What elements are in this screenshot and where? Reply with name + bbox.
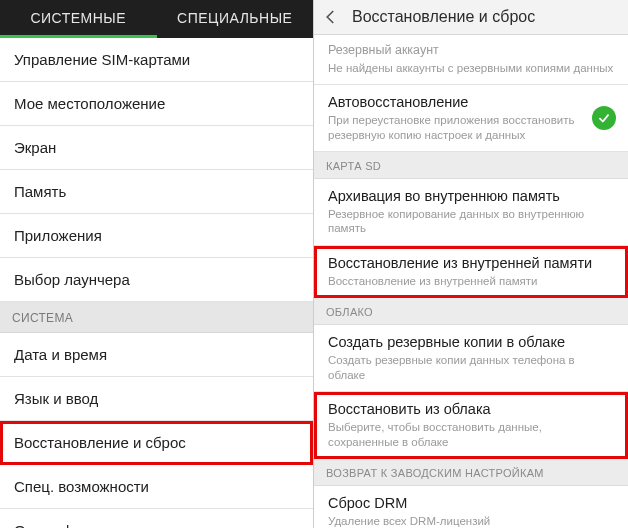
setting-auto-restore[interactable]: Автовосстановление При переустановке при…	[314, 85, 628, 152]
label: Восстановление из внутренней памяти	[328, 254, 614, 272]
label: Автовосстановление	[328, 93, 614, 111]
section-system: СИСТЕМА	[0, 302, 313, 333]
section-factory: ВОЗВРАТ К ЗАВОДСКИМ НАСТРОЙКАМ	[314, 459, 628, 486]
item-location[interactable]: Мое местоположение	[0, 82, 313, 126]
setting-restore-internal[interactable]: Восстановление из внутренней памяти Восс…	[314, 246, 628, 299]
backup-reset-panel: Восстановление и сброс Резервный аккаунт…	[314, 0, 628, 528]
item-backup-reset[interactable]: Восстановление и сброс	[0, 421, 313, 465]
item-datetime[interactable]: Дата и время	[0, 333, 313, 377]
setting-archive-internal[interactable]: Архивация во внутреннюю память Резервное…	[314, 179, 628, 246]
label: Архивация во внутреннюю память	[328, 187, 614, 205]
setting-drm-reset[interactable]: Сброс DRM Удаление всех DRM-лицензий	[314, 486, 628, 528]
label: Создать резервные копии в облаке	[328, 333, 614, 351]
sublabel: Удаление всех DRM-лицензий	[328, 514, 614, 528]
sublabel: Не найдены аккаунты с резервными копиями…	[328, 61, 614, 75]
sublabel: Создать резервные копии данных телефона …	[328, 353, 614, 382]
settings-left-panel: СИСТЕМНЫЕ СПЕЦИАЛЬНЫЕ Управление SIM-кар…	[0, 0, 314, 528]
item-apps[interactable]: Приложения	[0, 214, 313, 258]
sublabel: Восстановление из внутренней памяти	[328, 274, 614, 288]
item-language[interactable]: Язык и ввод	[0, 377, 313, 421]
label: Сброс DRM	[328, 494, 614, 512]
page-title: Восстановление и сброс	[352, 8, 535, 26]
tab-special[interactable]: СПЕЦИАЛЬНЫЕ	[157, 0, 314, 38]
item-accessibility[interactable]: Спец. возможности	[0, 465, 313, 509]
setting-backup-account[interactable]: Резервный аккаунт Не найдены аккаунты с …	[314, 35, 628, 85]
section-cloud: ОБЛАКО	[314, 298, 628, 325]
label: Резервный аккаунт	[328, 43, 614, 59]
tabbar: СИСТЕМНЫЕ СПЕЦИАЛЬНЫЕ	[0, 0, 313, 38]
sublabel: Резервное копирование данных во внутренн…	[328, 207, 614, 236]
settings-list: Управление SIM-картами Мое местоположени…	[0, 38, 313, 528]
item-sim[interactable]: Управление SIM-картами	[0, 38, 313, 82]
checkmark-icon[interactable]	[592, 106, 616, 130]
item-about[interactable]: О телефоне	[0, 509, 313, 528]
item-display[interactable]: Экран	[0, 126, 313, 170]
tab-system[interactable]: СИСТЕМНЫЕ	[0, 0, 157, 38]
item-launcher[interactable]: Выбор лаунчера	[0, 258, 313, 302]
setting-cloud-restore[interactable]: Восстановить из облака Выберите, чтобы в…	[314, 392, 628, 459]
back-icon[interactable]	[322, 8, 340, 26]
section-sd: КАРТА SD	[314, 152, 628, 179]
item-memory[interactable]: Память	[0, 170, 313, 214]
sublabel: Выберите, чтобы восстановить данные, сох…	[328, 420, 614, 449]
titlebar: Восстановление и сброс	[314, 0, 628, 35]
label: Восстановить из облака	[328, 400, 614, 418]
sublabel: При переустановке приложения восстановит…	[328, 113, 614, 142]
setting-cloud-backup[interactable]: Создать резервные копии в облаке Создать…	[314, 325, 628, 392]
